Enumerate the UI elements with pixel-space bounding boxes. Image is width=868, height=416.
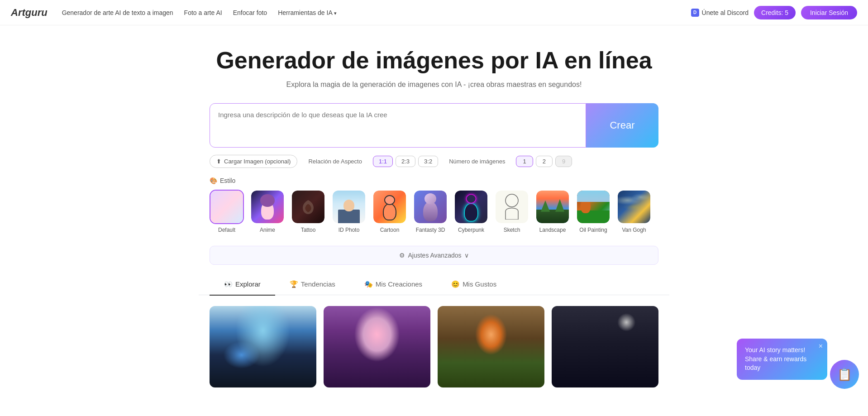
num-images-label: Número de imágenes <box>449 158 505 165</box>
nav-link-focus-photo[interactable]: Enfocar foto <box>233 9 267 16</box>
style-thumb-id-photo <box>332 190 366 224</box>
style-name-default: Default <box>218 227 235 233</box>
aspect-1-1[interactable]: 1:1 <box>373 156 393 167</box>
prompt-input[interactable] <box>218 111 577 138</box>
gear-icon: ⚙ <box>399 252 405 259</box>
credits-button[interactable]: Credits: 5 <box>754 6 796 19</box>
discord-label: Únete al Discord <box>702 9 749 16</box>
style-thumb-cartoon <box>372 190 407 224</box>
explorar-icon: 👀 <box>224 280 233 288</box>
upload-label: Cargar Imagen (opcional) <box>224 158 291 165</box>
tab-mis-creaciones-label: Mis Creaciones <box>376 280 422 288</box>
num-2[interactable]: 2 <box>536 156 553 167</box>
advanced-label: Ajustes Avanzados <box>408 252 461 259</box>
prompt-input-wrapper <box>210 103 586 148</box>
mis-gustos-icon: 😊 <box>451 280 460 288</box>
tab-mis-creaciones[interactable]: 🎭 Mis Creaciones <box>350 274 437 296</box>
tab-mis-gustos-label: Mis Gustos <box>463 280 496 288</box>
gallery-item-4[interactable] <box>552 306 658 387</box>
style-label: 🎨 Estilo <box>210 177 658 184</box>
style-name-tattoo: Tattoo <box>301 227 316 233</box>
style-name-landscape: Landscape <box>539 227 566 233</box>
tabs-row: 👀 Explorar 🏆 Tendencias 🎭 Mis Creaciones… <box>199 274 669 296</box>
style-item-fantasy-3d[interactable]: Fantasty 3D <box>413 190 448 233</box>
notification-close-button[interactable]: × <box>819 341 823 351</box>
chevron-down-icon: ∨ <box>464 252 469 259</box>
tab-tendencias-label: Tendencias <box>301 280 335 288</box>
notebook-icon: 📋 <box>837 368 852 382</box>
tendencias-icon: 🏆 <box>290 280 298 288</box>
style-item-cyberpunk[interactable]: Cyberpunk <box>454 190 488 233</box>
notification-text: Your AI story matters! Share & earn rewa… <box>745 346 806 371</box>
style-thumb-tattoo <box>291 190 325 224</box>
style-thumb-fantasy-3d <box>413 190 448 224</box>
tab-explorar[interactable]: 👀 Explorar <box>210 274 275 296</box>
aspect-label: Relación de Aspecto <box>308 158 362 165</box>
style-name-sketch: Sketch <box>504 227 520 233</box>
login-button[interactable]: Iniciar Sesión <box>801 6 857 19</box>
hero-title: Generador de imágenes por IA en línea <box>11 47 857 74</box>
gallery-item-1[interactable] <box>210 306 316 387</box>
style-item-id-photo[interactable]: ID Photo <box>332 190 366 233</box>
style-thumb-oil-painting <box>576 190 610 224</box>
svg-point-0 <box>506 194 518 207</box>
navbar: Artguru Generador de arte AI de texto a … <box>0 0 868 25</box>
style-section: 🎨 Estilo Default Anime <box>199 177 669 237</box>
nav-link-ai-tools[interactable]: Herramientas de IA <box>278 9 337 16</box>
style-name-van-gogh: Van Gogh <box>622 227 646 233</box>
discord-icon: D <box>691 9 699 17</box>
nav-link-ai-text-to-image[interactable]: Generador de arte AI de texto a imagen <box>62 9 173 16</box>
brand-logo[interactable]: Artguru <box>11 7 48 19</box>
hero-subtitle: Explora la magia de la generación de ima… <box>11 81 857 89</box>
num-9: 9 <box>555 156 572 167</box>
create-button[interactable]: Crear <box>586 103 658 148</box>
style-name-cyberpunk: Cyberpunk <box>458 227 484 233</box>
palette-icon: 🎨 <box>210 177 217 184</box>
nav-link-photo-to-ai[interactable]: Foto a arte AI <box>184 9 222 16</box>
style-item-tattoo[interactable]: Tattoo <box>291 190 325 233</box>
upload-icon: ⬆ <box>216 158 221 165</box>
aspect-2-3[interactable]: 2:3 <box>396 156 415 167</box>
style-thumb-landscape <box>535 190 570 224</box>
style-thumb-cyberpunk <box>454 190 488 224</box>
prompt-area: Crear <box>199 103 669 148</box>
style-thumb-van-gogh <box>617 190 651 224</box>
style-name-id-photo: ID Photo <box>339 227 360 233</box>
mis-creaciones-icon: 🎭 <box>364 280 373 288</box>
style-grid: Default Anime <box>210 190 658 237</box>
controls-row: ⬆ Cargar Imagen (opcional) Relación de A… <box>199 155 669 168</box>
style-name-anime: Anime <box>260 227 275 233</box>
style-name-fantasy-3d: Fantasty 3D <box>416 227 445 233</box>
advanced-settings-button[interactable]: ⚙ Ajustes Avanzados ∨ <box>210 246 658 265</box>
num-1[interactable]: 1 <box>516 156 533 167</box>
tab-explorar-label: Explorar <box>235 280 261 288</box>
style-thumb-anime <box>250 190 285 224</box>
num-options: 1 2 9 <box>516 156 572 167</box>
upload-button[interactable]: ⬆ Cargar Imagen (opcional) <box>210 155 297 168</box>
style-name-cartoon: Cartoon <box>380 227 400 233</box>
hero-section: Generador de imágenes por IA en línea Ex… <box>0 25 868 103</box>
style-thumb-default <box>210 190 244 224</box>
tab-tendencias[interactable]: 🏆 Tendencias <box>275 274 350 296</box>
style-item-default[interactable]: Default <box>210 190 244 233</box>
style-item-anime[interactable]: Anime <box>250 190 285 233</box>
nav-links: Generador de arte AI de texto a imagen F… <box>62 9 677 16</box>
gallery-item-2[interactable] <box>324 306 430 387</box>
aspect-options: 1:1 2:3 3:2 <box>373 156 438 167</box>
aspect-3-2[interactable]: 3:2 <box>418 156 438 167</box>
gallery-item-3[interactable] <box>438 306 544 387</box>
floating-avatar[interactable]: 📋 <box>830 360 859 387</box>
style-name-oil-painting: Oil Painting <box>579 227 607 233</box>
style-item-landscape[interactable]: Landscape <box>535 190 570 233</box>
tab-mis-gustos[interactable]: 😊 Mis Gustos <box>437 274 511 296</box>
style-item-oil-painting[interactable]: Oil Painting <box>576 190 610 233</box>
style-item-cartoon[interactable]: Cartoon <box>372 190 407 233</box>
nav-right: D Únete al Discord Credits: 5 Iniciar Se… <box>691 6 857 19</box>
floating-notification: × Your AI story matters! Share & earn re… <box>737 339 827 380</box>
advanced-row: ⚙ Ajustes Avanzados ∨ <box>199 246 669 265</box>
style-thumb-sketch <box>495 190 529 224</box>
discord-button[interactable]: D Únete al Discord <box>691 9 749 17</box>
gallery <box>199 306 669 387</box>
style-item-van-gogh[interactable]: Van Gogh <box>617 190 651 233</box>
style-item-sketch[interactable]: Sketch <box>495 190 529 233</box>
